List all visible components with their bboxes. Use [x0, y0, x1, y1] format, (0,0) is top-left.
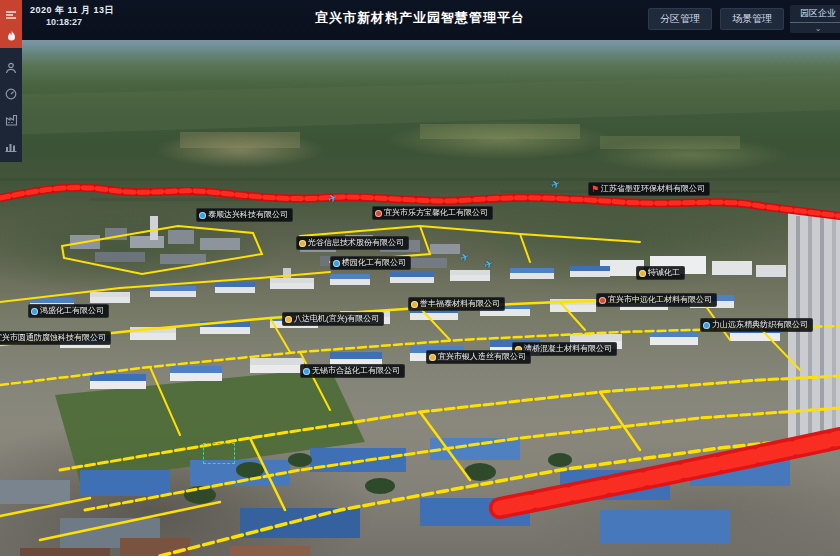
building-pin-icon — [199, 212, 206, 219]
factory-label-text: 宜兴市圆通防腐蚀科技有限公司 — [0, 332, 106, 344]
factory-label[interactable]: 力山远东精典纺织有限公司 — [700, 318, 813, 332]
factory-label-text: 宜兴市乐方宝馨化工有限公司 — [384, 207, 488, 219]
factory-label-text: 誉丰福泰材料有限公司 — [420, 298, 500, 310]
building-pin-icon — [703, 322, 710, 329]
park-enterprise-dropdown[interactable]: 园区企业 ⌄ — [790, 5, 840, 33]
building-pin-icon — [411, 301, 418, 308]
factory-label-text: 特诚化工 — [648, 267, 680, 279]
building-pin-icon — [31, 308, 38, 315]
page-title: 宜兴市新材料产业园智慧管理平台 — [0, 9, 840, 27]
park-enterprise-dropdown-label: 园区企业 — [790, 6, 840, 22]
chevron-down-icon: ⌄ — [790, 22, 840, 33]
factory-label[interactable]: 光谷信息技术股份有限公司 — [296, 236, 409, 250]
field-layer — [0, 75, 840, 201]
factory-label[interactable]: 宜兴市银人造丝有限公司 — [426, 350, 531, 364]
factory-label-text: 宜兴市银人造丝有限公司 — [438, 351, 526, 363]
factory-label[interactable]: 八达电机(宜兴)有限公司 — [282, 312, 384, 326]
building-pin-icon — [299, 240, 306, 247]
factory-label-text: 江苏省墨亚环保材料有限公司 — [601, 183, 705, 195]
building-pin-icon — [285, 316, 292, 323]
factory-label-text: 光谷信息技术股份有限公司 — [308, 237, 404, 249]
factory-label-text: 无锡市合益化工有限公司 — [312, 365, 400, 377]
factory-label-flagged[interactable]: ⚑江苏省墨亚环保材料有限公司 — [588, 182, 710, 196]
factory-label[interactable]: 横园化工有限公司 — [330, 256, 411, 270]
factory-icon[interactable] — [0, 114, 22, 130]
factory-label[interactable]: 宜兴市乐方宝馨化工有限公司 — [372, 206, 493, 220]
factory-label[interactable]: 泰顺达兴科技有限公司 — [196, 208, 293, 222]
selection-box — [203, 443, 235, 464]
factory-label-text: 泰顺达兴科技有限公司 — [208, 209, 288, 221]
factory-label-text: 宜兴市中远化工材料有限公司 — [608, 294, 712, 306]
factory-label[interactable]: 特诚化工 — [636, 266, 685, 280]
sidebar — [0, 0, 22, 162]
factory-label[interactable]: 鸿盛化工有限公司 — [28, 304, 109, 318]
factory-label-text: 力山远东精典纺织有限公司 — [712, 319, 808, 331]
flag-pin-icon: ⚑ — [591, 185, 599, 194]
zone-management-button[interactable]: 分区管理 — [648, 8, 712, 30]
menu-icon[interactable] — [0, 9, 22, 25]
factory-label[interactable]: 无锡市合益化工有限公司 — [300, 364, 405, 378]
factory-label-text: 八达电机(宜兴)有限公司 — [294, 313, 379, 325]
bar-chart-icon[interactable] — [0, 140, 22, 156]
factory-label[interactable]: 誉丰福泰材料有限公司 — [408, 297, 505, 311]
building-pin-icon — [333, 260, 340, 267]
factory-label-text: 横园化工有限公司 — [342, 257, 406, 269]
building-pin-icon — [303, 368, 310, 375]
building-pin-icon — [375, 210, 382, 217]
factory-label[interactable]: 宜兴市中远化工材料有限公司 — [596, 293, 717, 307]
user-icon[interactable] — [0, 62, 22, 78]
building-pin-icon — [429, 354, 436, 361]
building-pin-icon — [639, 270, 646, 277]
header-bar: 2020 年 11 月 13日 10:18:27 宜兴市新材料产业园智慧管理平台… — [0, 0, 840, 40]
factory-label[interactable]: 宜兴市圆通防腐蚀科技有限公司 — [0, 331, 111, 345]
scene-management-button[interactable]: 场景管理 — [720, 8, 784, 30]
gauge-icon[interactable] — [0, 88, 22, 104]
building-pin-icon — [599, 297, 606, 304]
factory-label-text: 漕桥混凝土材料有限公司 — [524, 343, 612, 355]
app-window: ✈ ✈ ✈ ✈ ✈ 泰顺达兴科技有限公司 宜兴市乐方宝馨化工有限公司 光谷信息技… — [0, 0, 840, 556]
factory-label-text: 鸿盛化工有限公司 — [40, 305, 104, 317]
fire-icon[interactable] — [0, 30, 22, 46]
